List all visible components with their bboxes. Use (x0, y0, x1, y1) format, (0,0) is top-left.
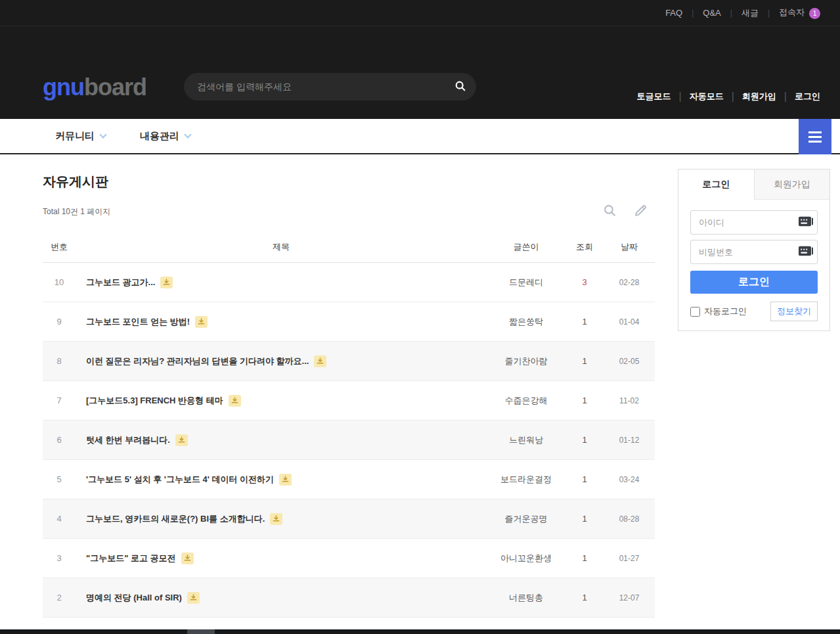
login-submit-button[interactable]: 로그인 (690, 271, 818, 294)
post-number: 4 (43, 514, 76, 524)
nav-label: 내용관리 (140, 130, 179, 143)
nav-item-community[interactable]: 커뮤니티 (55, 130, 106, 143)
site-logo[interactable]: gnuboard (43, 74, 146, 101)
attachment-download-icon[interactable] (175, 434, 188, 446)
attachment-download-icon[interactable] (279, 474, 292, 486)
post-title[interactable]: "그누보드" 로고 공모전 (76, 553, 487, 564)
post-number: 8 (43, 356, 76, 366)
toggle-mode-link[interactable]: 토글모드 (637, 91, 671, 102)
search-input[interactable] (184, 81, 445, 92)
post-views: 1 (565, 474, 604, 484)
post-title[interactable]: 그누보드 광고가... (76, 277, 487, 288)
horizontal-scrollbar-thumb[interactable] (187, 629, 215, 634)
tab-register[interactable]: 회원가입 (754, 170, 830, 200)
table-row[interactable]: 3 "그누보드" 로고 공모전 아니꼬운환생 1 01-27 (43, 539, 655, 578)
auto-mode-link[interactable]: 자동모드 (690, 91, 724, 102)
table-row[interactable]: 2 명예의 전당 (Hall of SIR) 너른팅총 1 12-07 (43, 578, 655, 618)
divider: | (679, 91, 682, 102)
content-area: 자유게시판 Total 10건 1 페이지 번호 제목 (0, 154, 840, 629)
auto-login-option[interactable]: 자동로그인 (690, 306, 747, 317)
post-writer: 줄기찬아람 (487, 355, 565, 367)
post-title[interactable]: '그누보드 5' 설치 후 '그누보드 4' 데이터 이전하기 (76, 474, 487, 486)
faq-link[interactable]: FAQ (665, 8, 682, 18)
post-title[interactable]: 명예의 전당 (Hall of SIR) (76, 592, 487, 604)
keyboard-icon (799, 246, 813, 258)
post-number: 5 (43, 474, 76, 484)
post-title-text: 명예의 전당 (Hall of SIR) (86, 592, 182, 604)
col-writer: 글쓴이 (487, 241, 565, 253)
page-title: 자유게시판 (43, 173, 655, 191)
chevron-down-icon (184, 131, 191, 138)
table-row[interactable]: 5 '그누보드 5' 설치 후 '그누보드 4' 데이터 이전하기 보드라운결정… (43, 460, 655, 499)
login-box: 로그인 회원가입 로그인 (678, 169, 830, 331)
divider: | (784, 91, 787, 102)
nav-label: 커뮤니티 (55, 130, 95, 143)
table-row[interactable]: 9 그누보드 포인트 얻는 방법! 짧은쑹탁 1 01-04 (43, 302, 655, 342)
keyboard-icon (799, 216, 813, 229)
find-info-button[interactable]: 정보찾기 (770, 302, 818, 321)
board-main: 자유게시판 Total 10건 1 페이지 번호 제목 (43, 154, 655, 629)
qna-link[interactable]: Q&A (703, 8, 720, 18)
write-post-button[interactable] (634, 204, 647, 219)
login-link[interactable]: 로그인 (795, 91, 820, 102)
logo-board: board (84, 74, 146, 101)
post-views: 1 (565, 593, 604, 602)
attachment-download-icon[interactable] (181, 553, 194, 564)
site-search (184, 73, 476, 101)
post-title[interactable]: 그누보드, 영카트의 새로운(?) BI를 소개합니다. (76, 513, 487, 525)
search-icon (454, 80, 466, 94)
chevron-down-icon (99, 131, 106, 138)
table-header-row: 번호 제목 글쓴이 조회 날짜 (43, 231, 655, 263)
search-icon (603, 210, 617, 219)
post-views: 1 (565, 356, 604, 366)
pencil-icon (634, 210, 647, 219)
table-row[interactable]: 8 이런 질문은 리자님? 관리자님의 답변을 기다려야 할까요... 줄기찬아… (43, 342, 655, 381)
tab-login[interactable]: 로그인 (678, 170, 754, 200)
register-link[interactable]: 회원가입 (742, 91, 776, 102)
visitors-link[interactable]: 접속자1 (779, 7, 820, 18)
post-views: 3 (565, 277, 604, 287)
table-row[interactable]: 10 그누보드 광고가... 드문레디 3 02-28 (43, 263, 655, 302)
auto-login-checkbox[interactable] (690, 307, 700, 317)
post-title[interactable]: 그누보드 포인트 얻는 방법! (76, 316, 487, 328)
header-links: 토글모드 | 자동모드 | 회원가입 | 로그인 (637, 91, 820, 102)
post-title[interactable]: 텃세 한번 부려봅니다. (76, 434, 487, 446)
new-posts-link[interactable]: 새글 (741, 7, 759, 19)
post-date: 12-07 (604, 593, 655, 602)
logo-gnu: gnu (43, 74, 84, 101)
attachment-download-icon[interactable] (314, 355, 326, 367)
board-search-button[interactable] (603, 204, 617, 219)
search-button[interactable] (445, 73, 476, 101)
attachment-download-icon[interactable] (187, 592, 200, 604)
post-title-text: 그누보드, 영카트의 새로운(?) BI를 소개합니다. (86, 513, 265, 525)
hamburger-icon (808, 131, 822, 133)
divider: | (730, 9, 732, 18)
sidebar: 로그인 회원가입 로그인 (678, 154, 830, 629)
divider: | (768, 9, 770, 18)
auto-login-label: 자동로그인 (704, 306, 747, 317)
divider: | (692, 9, 694, 18)
attachment-download-icon[interactable] (160, 277, 173, 288)
post-title[interactable]: 이런 질문은 리자님? 관리자님의 답변을 기다려야 할까요... (76, 355, 487, 367)
post-views: 1 (565, 553, 604, 563)
post-title[interactable]: [그누보드5.3] FRENCH 반응형 테마 (76, 395, 487, 407)
nav-item-content-admin[interactable]: 내용관리 (140, 130, 190, 143)
attachment-download-icon[interactable] (229, 395, 241, 407)
post-date: 02-28 (604, 278, 655, 287)
post-number: 7 (43, 396, 76, 405)
table-row[interactable]: 6 텃세 한번 부려봅니다. 느린워낭 1 01-12 (43, 420, 655, 460)
post-writer: 보드라운결정 (487, 474, 565, 486)
hamburger-menu-button[interactable] (799, 119, 831, 154)
post-views: 1 (565, 514, 604, 524)
col-views: 조회 (565, 241, 604, 253)
post-title-text: [그누보드5.3] FRENCH 반응형 테마 (86, 395, 223, 407)
header-main: gnuboard 토글모드 | 자동모드 | 회원가입 | 로그인 (0, 26, 840, 119)
attachment-download-icon[interactable] (270, 513, 282, 525)
board-tools (603, 204, 655, 219)
col-date: 날짜 (604, 241, 655, 253)
table-row[interactable]: 4 그누보드, 영카트의 새로운(?) BI를 소개합니다. 즐거운공명 1 0… (43, 499, 655, 539)
post-writer: 드문레디 (487, 277, 565, 288)
post-writer: 짧은쑹탁 (487, 316, 565, 328)
attachment-download-icon[interactable] (195, 316, 208, 328)
table-row[interactable]: 7 [그누보드5.3] FRENCH 반응형 테마 수줍은강해 1 11-02 (43, 381, 655, 420)
